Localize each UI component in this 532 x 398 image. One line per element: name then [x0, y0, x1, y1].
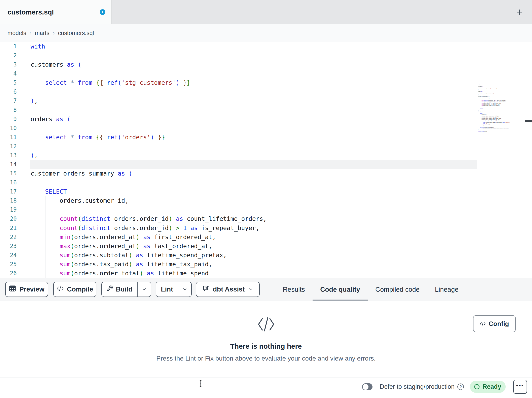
- build-split-button[interactable]: Build: [101, 282, 151, 297]
- code-line[interactable]: [31, 142, 477, 151]
- code-line[interactable]: customer_orders_summary as (: [31, 169, 477, 178]
- code-icon: [480, 321, 486, 326]
- indent-guide: [31, 223, 31, 233]
- more-options-button[interactable]: •••: [513, 380, 527, 394]
- table-icon: [9, 285, 16, 293]
- indent-guide: [31, 251, 31, 260]
- tab-lineage[interactable]: Lineage: [427, 278, 466, 301]
- empty-state-subtitle: Press the Lint or Fix button above to ev…: [0, 355, 532, 362]
- code-editor[interactable]: 1234567891011121314151617181920212223242…: [0, 42, 532, 278]
- indent-guide: [31, 241, 31, 251]
- code-line[interactable]: [31, 51, 477, 60]
- breadcrumb-item-customers-sql[interactable]: customers.sql: [58, 30, 94, 36]
- dbt-ide-window: customers.sql + models › marts › custome…: [0, 0, 532, 398]
- line-number: 5: [0, 78, 20, 87]
- indent-guide: [31, 187, 31, 196]
- breadcrumb-item-models[interactable]: models: [7, 30, 26, 36]
- line-number: 24: [0, 251, 20, 260]
- indent-guide: [31, 196, 31, 205]
- lint-dropdown-button[interactable]: [178, 287, 191, 292]
- line-number-gutter: 1234567891011121314151617181920212223242…: [0, 42, 20, 278]
- indent-guide: [31, 260, 31, 269]
- code-line[interactable]: sum(orders.tax_paid) as lifetime_tax_pai…: [31, 260, 477, 269]
- code-line[interactable]: [31, 69, 477, 78]
- ready-status-badge: Ready: [470, 381, 506, 393]
- toggle-knob: [363, 384, 368, 390]
- code-line[interactable]: [31, 160, 477, 169]
- code-line[interactable]: [31, 205, 477, 214]
- code-line[interactable]: [31, 105, 477, 115]
- code-line[interactable]: select * from {{ ref('stg_customers') }}: [31, 78, 477, 87]
- line-number: 3: [0, 60, 20, 69]
- minimap-line: select * from joined: [478, 131, 525, 132]
- line-number: 6: [0, 87, 20, 96]
- code-icon: [57, 286, 64, 293]
- indent-guide: [31, 269, 31, 278]
- code-line[interactable]: SELECT: [31, 187, 477, 196]
- code-line[interactable]: max(orders.ordered_at) as last_ordered_a…: [31, 241, 477, 251]
- tab-results[interactable]: Results: [275, 278, 313, 301]
- breadcrumb-bar: models › marts › customers.sql: [0, 24, 532, 42]
- lint-split-button[interactable]: Lint: [156, 282, 192, 297]
- config-button[interactable]: Config: [473, 315, 516, 332]
- status-bar: Defer to staging/production ? Ready •••: [0, 377, 532, 396]
- chevron-down-icon: [248, 287, 253, 292]
- code-line[interactable]: with: [31, 42, 477, 51]
- minimap[interactable]: with customers as ( select * from {{ ref…: [478, 85, 525, 132]
- tab-code-quality[interactable]: Code quality: [313, 278, 368, 301]
- indent-guide: [45, 233, 45, 241]
- line-number: 15: [0, 169, 20, 178]
- chevron-right-icon: ›: [53, 30, 55, 36]
- code-line[interactable]: customers as (: [31, 60, 477, 69]
- code-line[interactable]: sum(orders.subtotal) as lifetime_spend_p…: [31, 251, 477, 260]
- preview-button[interactable]: Preview: [5, 282, 48, 297]
- build-dropdown-button[interactable]: [138, 287, 151, 292]
- wrench-icon: [107, 285, 113, 293]
- panel-tabs: Results Code quality Compiled code Linea…: [275, 278, 466, 301]
- code-line[interactable]: orders.customer_id,: [31, 196, 477, 205]
- code-line[interactable]: count(distinct orders.order_id) > 1 as i…: [31, 223, 477, 233]
- indent-guide: [31, 214, 31, 223]
- line-number: 23: [0, 241, 20, 251]
- code-line[interactable]: [31, 124, 477, 133]
- code-empty-state-icon: [257, 315, 276, 335]
- dbt-assist-button[interactable]: dbt Assist: [196, 282, 260, 297]
- code-line[interactable]: [31, 178, 477, 187]
- chevron-right-icon: ›: [30, 30, 32, 36]
- indent-guide: [31, 133, 31, 142]
- lint-label[interactable]: Lint: [156, 286, 178, 293]
- chevron-down-icon: [182, 287, 187, 292]
- tab-compiled-code[interactable]: Compiled code: [368, 278, 427, 301]
- help-icon[interactable]: ?: [457, 384, 464, 390]
- defer-label: Defer to staging/production: [380, 383, 455, 390]
- breadcrumb-item-marts[interactable]: marts: [35, 30, 50, 36]
- code-line[interactable]: ),: [31, 96, 477, 105]
- code-line[interactable]: [31, 87, 477, 96]
- code-line[interactable]: ),: [31, 151, 477, 160]
- editor-scrollbar-thumb[interactable]: [525, 120, 532, 122]
- plus-icon: +: [517, 6, 523, 18]
- code-line[interactable]: min(orders.ordered_at) as first_ordered_…: [31, 233, 477, 241]
- line-number: 21: [0, 223, 20, 233]
- new-tab-button[interactable]: +: [511, 6, 529, 19]
- line-number: 16: [0, 178, 20, 187]
- build-main[interactable]: Build: [102, 285, 137, 293]
- line-number: 1: [0, 42, 20, 51]
- line-number: 13: [0, 151, 20, 160]
- line-number: 4: [0, 69, 20, 78]
- code-content[interactable]: with customers as ( select * from {{ ref…: [31, 42, 477, 278]
- file-tab-customers-sql[interactable]: customers.sql: [0, 0, 112, 24]
- indent-guide: [45, 214, 45, 223]
- line-number: 2: [0, 51, 20, 60]
- line-number: 18: [0, 196, 20, 205]
- code-line[interactable]: select * from {{ ref('orders') }}: [31, 133, 477, 142]
- code-line[interactable]: sum(orders.order_total) as lifetime_spen…: [31, 269, 477, 278]
- code-line[interactable]: count(distinct orders.order_id) as count…: [31, 214, 477, 223]
- status-circle-icon: [474, 384, 480, 389]
- defer-toggle[interactable]: [362, 383, 373, 390]
- indent-guide: [45, 260, 45, 269]
- compile-button[interactable]: Compile: [53, 282, 96, 297]
- code-line[interactable]: orders as (: [31, 115, 477, 124]
- dbt-assist-label: dbt Assist: [213, 286, 245, 293]
- indent-guide: [31, 178, 31, 187]
